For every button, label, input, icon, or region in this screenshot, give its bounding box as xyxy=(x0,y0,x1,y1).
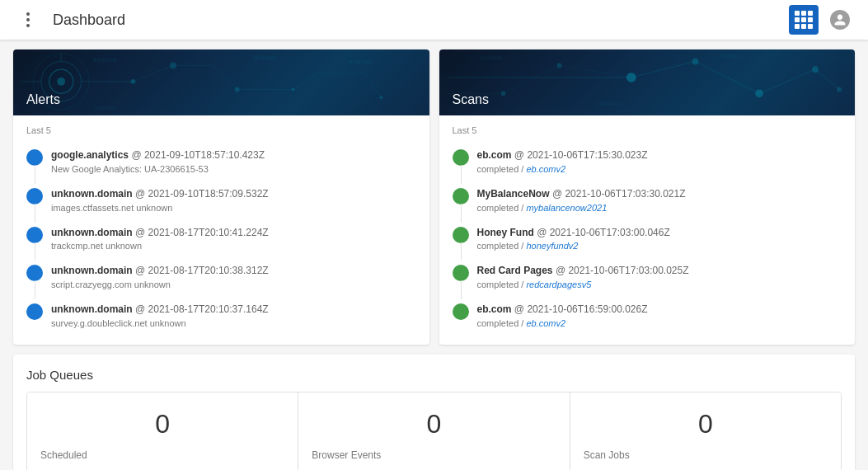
svg-line-30 xyxy=(695,62,759,94)
scans-panel-body: Last 5 eb.com @ 2021-10-06T17:15:30.023Z… xyxy=(439,115,856,345)
dots-icon xyxy=(26,12,30,27)
alert-domain: unknown.domain xyxy=(51,227,133,238)
svg-text:11010010: 11010010 xyxy=(93,106,116,110)
scan-time: @ 2021-10-06T17:03:00.046Z xyxy=(537,227,670,238)
svg-point-18 xyxy=(379,96,382,99)
alert-content: unknown.domain @ 2021-09-10T18:57:09.532… xyxy=(51,187,416,213)
svg-point-3 xyxy=(57,78,65,86)
job-queues-section: Job Queues 0 Scheduled 0 Browser Events … xyxy=(13,355,855,470)
alert-dot xyxy=(26,303,43,320)
alert-domain: unknown.domain xyxy=(51,303,133,315)
grid-view-button[interactable] xyxy=(789,5,819,35)
svg-text:10110101: 10110101 xyxy=(479,55,502,60)
alert-title: unknown.domain @ 2021-08-17T20:10:41.224… xyxy=(51,226,416,240)
svg-line-36 xyxy=(503,65,559,93)
alerts-circuit-bg: 01010110 10110101 01101001 11010010 xyxy=(13,49,429,114)
alert-sub: New Google Analytics: UA-2306615-53 xyxy=(51,164,416,174)
svg-line-31 xyxy=(759,69,815,93)
scan-domain: Honey Fund xyxy=(477,227,534,238)
scan-link: honeyfundv2 xyxy=(526,241,578,251)
scan-link: eb.comv2 xyxy=(526,318,565,328)
alert-sub: images.ctfassets.net unknown xyxy=(51,203,416,213)
alert-dot xyxy=(26,265,43,281)
scan-link: eb.comv2 xyxy=(526,164,565,174)
job-queues-title: Job Queues xyxy=(26,368,842,382)
scan-time: @ 2021-10-06T17:15:30.023Z xyxy=(514,149,648,161)
svg-text:10110101: 10110101 xyxy=(253,55,276,60)
svg-line-17 xyxy=(365,73,381,97)
alert-item: unknown.domain @ 2021-08-17T20:10:38.312… xyxy=(26,257,416,296)
alerts-list: google.analytics @ 2021-09-10T18:57:10.4… xyxy=(26,142,416,335)
scan-item: Honey Fund @ 2021-10-06T17:03:00.046Z co… xyxy=(453,219,842,258)
scan-domain: MyBalanceNow xyxy=(477,188,550,200)
svg-text:01010110: 01010110 xyxy=(599,101,622,106)
header-actions xyxy=(789,5,855,35)
queue-label: Scan Jobs xyxy=(584,449,828,461)
queues-row: 0 Scheduled 0 Browser Events 0 Scan Jobs xyxy=(26,392,842,470)
scan-time: @ 2021-10-06T17:03:30.021Z xyxy=(552,188,686,200)
scan-dot xyxy=(453,149,469,166)
alerts-panel-body: Last 5 google.analytics @ 2021-09-10T18:… xyxy=(13,115,429,345)
queue-count: 0 xyxy=(584,409,828,439)
scan-item: MyBalanceNow @ 2021-10-06T17:03:30.021Z … xyxy=(453,181,842,219)
alerts-subtitle: Last 5 xyxy=(26,125,416,135)
alert-time: @ 2021-09-10T18:57:09.532Z xyxy=(135,188,269,200)
panels-row: 01010110 10110101 01101001 11010010 Aler… xyxy=(13,49,855,345)
menu-button[interactable] xyxy=(13,5,43,35)
scan-time: @ 2021-10-06T16:59:00.026Z xyxy=(514,303,648,315)
scan-title: Honey Fund @ 2021-10-06T17:03:00.046Z xyxy=(477,226,842,240)
scan-sub: completed / eb.comv2 xyxy=(477,318,842,328)
alerts-panel-header: 01010110 10110101 01101001 11010010 Aler… xyxy=(13,49,429,115)
svg-line-9 xyxy=(134,65,174,81)
svg-line-37 xyxy=(559,65,631,78)
scan-content: Red Card Pages @ 2021-10-06T17:03:00.025… xyxy=(477,264,842,289)
scan-link: mybalancenow2021 xyxy=(526,203,607,213)
scan-content: eb.com @ 2021-10-06T17:15:30.023Z comple… xyxy=(477,148,842,174)
alert-content: unknown.domain @ 2021-08-17T20:10:37.164… xyxy=(51,303,416,328)
scan-item: Red Card Pages @ 2021-10-06T17:03:00.025… xyxy=(453,257,842,296)
alert-time: @ 2021-09-10T18:57:10.423Z xyxy=(131,149,265,161)
scan-title: eb.com @ 2021-10-06T17:15:30.023Z xyxy=(477,148,842,162)
scan-sub: completed / eb.comv2 xyxy=(477,164,842,174)
alert-domain: unknown.domain xyxy=(51,188,133,200)
queue-card: 0 Scan Jobs xyxy=(570,392,841,470)
alert-title: unknown.domain @ 2021-08-17T20:10:38.312… xyxy=(51,264,416,278)
queue-count: 0 xyxy=(312,409,556,439)
alert-item: unknown.domain @ 2021-08-17T20:10:41.224… xyxy=(26,219,416,258)
alert-sub: survey.g.doubleclick.net unknown xyxy=(51,318,416,328)
header: Dashboard xyxy=(0,0,868,40)
user-icon xyxy=(830,10,850,30)
scan-domain: Red Card Pages xyxy=(477,265,553,276)
scans-list: eb.com @ 2021-10-06T17:15:30.023Z comple… xyxy=(453,142,842,335)
alert-domain: unknown.domain xyxy=(51,265,133,276)
svg-line-29 xyxy=(631,62,695,78)
grid-icon xyxy=(795,11,813,29)
alert-content: google.analytics @ 2021-09-10T18:57:10.4… xyxy=(51,148,416,174)
scans-panel-header: 10110101 01010110 11001011 Scans xyxy=(439,49,856,115)
svg-text:01010110: 01010110 xyxy=(93,58,116,63)
scan-content: Honey Fund @ 2021-10-06T17:03:00.046Z co… xyxy=(477,226,842,251)
alert-time: @ 2021-08-17T20:10:38.312Z xyxy=(135,265,269,276)
scan-dot xyxy=(453,227,469,243)
scan-domain: eb.com xyxy=(477,149,512,161)
alert-dot xyxy=(26,188,43,204)
scan-content: eb.com @ 2021-10-06T16:59:00.026Z comple… xyxy=(477,303,842,328)
scans-circuit-bg: 10110101 01010110 11001011 xyxy=(439,49,856,114)
alert-item: unknown.domain @ 2021-09-10T18:57:09.532… xyxy=(26,181,416,219)
scan-item: eb.com @ 2021-10-06T17:15:30.023Z comple… xyxy=(453,142,842,181)
user-button[interactable] xyxy=(825,5,855,35)
svg-text:11001011: 11001011 xyxy=(719,54,742,59)
svg-line-15 xyxy=(293,73,317,89)
alert-content: unknown.domain @ 2021-08-17T20:10:38.312… xyxy=(51,264,416,289)
scan-content: MyBalanceNow @ 2021-10-06T17:03:30.021Z … xyxy=(477,187,842,213)
scans-panel-title: Scans xyxy=(453,92,489,107)
scan-time: @ 2021-10-06T17:03:00.025Z xyxy=(556,265,689,276)
scan-title: MyBalanceNow @ 2021-10-06T17:03:30.021Z xyxy=(477,187,842,201)
queue-label: Scheduled xyxy=(40,449,284,461)
alert-sub: script.crazyegg.com unknown xyxy=(51,280,416,289)
svg-line-11 xyxy=(213,65,237,89)
queue-count: 0 xyxy=(40,409,284,439)
alert-dot xyxy=(26,227,43,243)
alert-time: @ 2021-08-17T20:10:37.164Z xyxy=(135,303,269,315)
svg-line-32 xyxy=(814,69,838,89)
